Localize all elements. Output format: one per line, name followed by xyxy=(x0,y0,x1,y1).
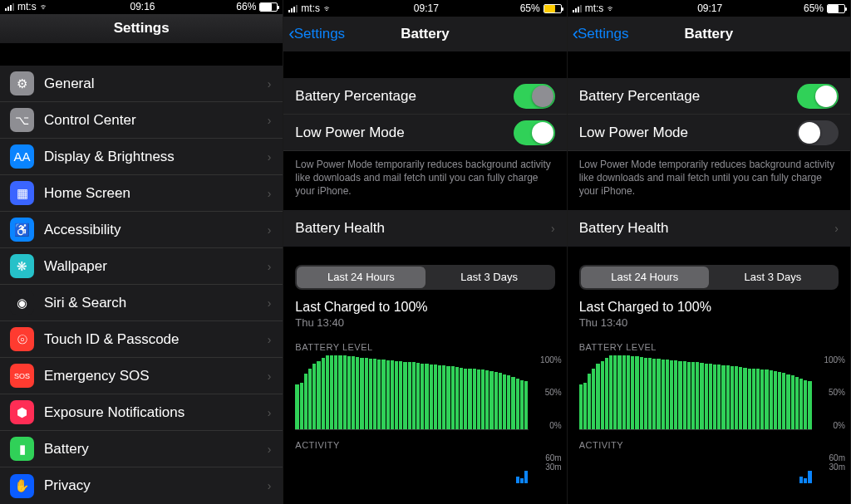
battery-level-label: BATTERY LEVEL xyxy=(568,337,850,355)
settings-row-control-center[interactable]: ⌥Control Center› xyxy=(0,102,283,139)
back-label: Settings xyxy=(578,26,628,42)
page-title: Battery xyxy=(401,26,450,42)
row-label: Battery Health xyxy=(295,220,551,237)
battery-toggle-group: Battery Percentage Low Power Mode xyxy=(568,78,850,151)
chevron-right-icon: › xyxy=(268,150,272,164)
row-label: Battery Health xyxy=(579,220,835,237)
spacer xyxy=(568,51,850,78)
signal-icon xyxy=(573,4,582,12)
touch-id-passcode-icon: ⦾ xyxy=(10,327,34,351)
page-title: Battery xyxy=(685,26,734,42)
settings-row-touch-id-passcode[interactable]: ⦾Touch ID & Passcode› xyxy=(0,321,283,358)
last-charged-block: Last Charged to 100% Thu 13:40 xyxy=(568,296,850,337)
row-label: Battery xyxy=(44,441,268,458)
row-battery-health[interactable]: Battery Health › xyxy=(568,210,850,247)
nav-header: ‹ Settings Battery xyxy=(568,17,850,51)
seg-last-3-days[interactable]: Last 3 Days xyxy=(709,267,837,288)
row-label: Battery Percentage xyxy=(295,88,513,105)
spacer xyxy=(0,43,283,66)
row-label: Siri & Search xyxy=(44,295,268,311)
row-label: Home Screen xyxy=(44,185,268,202)
activity-y-axis: 60m 30m xyxy=(529,453,562,483)
row-label: Low Power Mode xyxy=(295,125,513,141)
chevron-right-icon: › xyxy=(268,296,272,310)
battery-pct-label: 65% xyxy=(520,2,540,14)
settings-row-privacy[interactable]: ✋Privacy› xyxy=(0,467,283,504)
toggle-low-power-mode[interactable] xyxy=(797,120,839,145)
row-label: Control Center xyxy=(44,112,268,129)
privacy-icon: ✋ xyxy=(10,474,34,498)
activity-label: ACTIVITY xyxy=(283,435,566,453)
settings-list: ⚙General›⌥Control Center›AADisplay & Bri… xyxy=(0,66,283,504)
time-range-segmented: Last 24 Hours Last 3 Days xyxy=(579,265,839,290)
chevron-right-icon: › xyxy=(268,77,272,91)
carrier-label: mt:s xyxy=(301,2,320,14)
toggle-low-power-mode[interactable] xyxy=(514,120,555,145)
nav-header: Settings xyxy=(0,14,283,43)
signal-icon xyxy=(5,2,14,11)
settings-row-exposure-notifications[interactable]: ⬢Exposure Notifications› xyxy=(0,394,283,431)
chevron-right-icon: › xyxy=(268,369,272,383)
row-label: Accessibility xyxy=(44,222,268,238)
chevron-right-icon: › xyxy=(268,223,272,237)
status-bar: mt:s ᯤ 09:17 65% xyxy=(283,0,566,17)
screen-battery-lowpower-off: mt:s ᯤ 09:17 65% ‹ Settings Battery Batt… xyxy=(568,0,851,504)
back-label: Settings xyxy=(294,26,345,42)
row-label: Wallpaper xyxy=(44,258,268,275)
settings-row-accessibility[interactable]: ♿Accessibility› xyxy=(0,212,283,248)
settings-row-wallpaper[interactable]: ❋Wallpaper› xyxy=(0,248,283,285)
signal-icon xyxy=(288,4,298,12)
control-center-icon: ⌥ xyxy=(10,108,34,132)
display-brightness-icon: AA xyxy=(10,144,34,169)
seg-last-24-hours[interactable]: Last 24 Hours xyxy=(581,267,709,288)
time-range-segmented: Last 24 Hours Last 3 Days xyxy=(295,265,554,290)
row-label: Display & Brightness xyxy=(44,149,268,165)
last-charged-time: Thu 13:40 xyxy=(579,316,839,329)
accessibility-icon: ♿ xyxy=(10,218,34,242)
row-low-power-mode: Low Power Mode xyxy=(568,115,850,151)
row-battery-health[interactable]: Battery Health › xyxy=(283,210,566,247)
chevron-right-icon: › xyxy=(834,222,839,235)
chevron-right-icon: › xyxy=(268,260,272,273)
home-screen-icon: ▦ xyxy=(10,181,34,205)
settings-row-home-screen[interactable]: ▦Home Screen› xyxy=(0,175,283,212)
seg-last-3-days[interactable]: Last 3 Days xyxy=(426,267,553,288)
activity-chart: 60m 30m xyxy=(568,453,850,483)
page-title: Settings xyxy=(114,20,170,37)
back-button[interactable]: ‹ Settings xyxy=(288,17,345,51)
seg-last-24-hours[interactable]: Last 24 Hours xyxy=(297,267,425,288)
exposure-notifications-icon: ⬢ xyxy=(10,400,34,424)
settings-row-battery[interactable]: ▮Battery› xyxy=(0,431,283,467)
back-button[interactable]: ‹ Settings xyxy=(573,17,629,51)
status-bar: mt:s ᯤ 09:16 66% xyxy=(0,0,283,14)
toggle-battery-percentage[interactable] xyxy=(514,84,555,109)
battery-icon xyxy=(544,4,562,13)
chevron-right-icon: › xyxy=(268,187,272,200)
row-label: Privacy xyxy=(44,477,268,494)
screen-battery-lowpower-on: mt:s ᯤ 09:17 65% ‹ Settings Battery Batt… xyxy=(283,0,567,504)
wifi-icon: ᯤ xyxy=(323,3,332,13)
chevron-right-icon: › xyxy=(268,333,272,346)
settings-row-siri-search[interactable]: ◉Siri & Search› xyxy=(0,285,283,321)
battery-level-chart: 100% 50% 0% xyxy=(283,355,566,430)
toggle-battery-percentage[interactable] xyxy=(797,84,839,109)
spacer xyxy=(283,51,566,78)
battery-pct-label: 66% xyxy=(236,1,256,12)
chart-y-axis: 100% 50% 0% xyxy=(529,355,562,430)
clock: 09:16 xyxy=(130,1,155,12)
last-charged-title: Last Charged to 100% xyxy=(579,300,839,315)
siri-search-icon: ◉ xyxy=(10,291,34,315)
settings-row-display-brightness[interactable]: AADisplay & Brightness› xyxy=(0,139,283,175)
chevron-right-icon: › xyxy=(268,479,272,492)
chevron-right-icon: › xyxy=(268,443,272,456)
last-charged-block: Last Charged to 100% Thu 13:40 xyxy=(283,296,566,337)
emergency-sos-icon: SOS xyxy=(10,364,34,388)
row-label: Emergency SOS xyxy=(44,368,268,384)
battery-pct-label: 65% xyxy=(804,2,824,14)
low-power-description: Low Power Mode temporarily reduces backg… xyxy=(568,151,850,210)
settings-row-general[interactable]: ⚙General› xyxy=(0,66,283,102)
chevron-right-icon: › xyxy=(268,114,272,127)
row-label: Exposure Notifications xyxy=(44,404,268,421)
row-label: Low Power Mode xyxy=(579,125,797,141)
settings-row-emergency-sos[interactable]: SOSEmergency SOS› xyxy=(0,358,283,394)
